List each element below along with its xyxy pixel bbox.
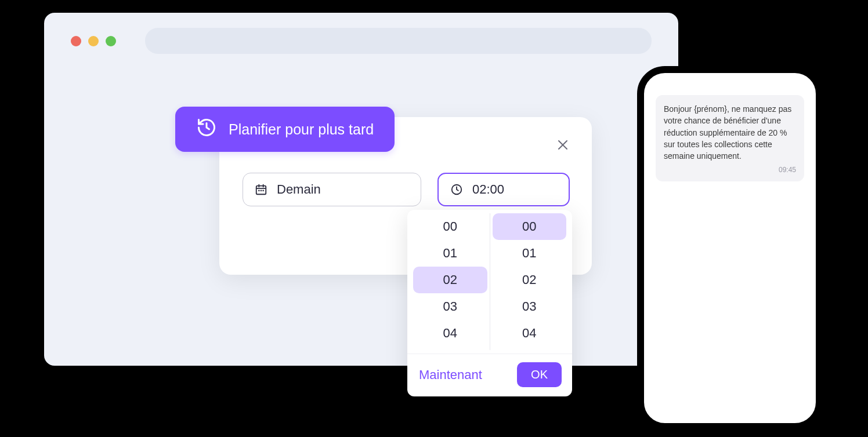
date-value: Demain bbox=[277, 182, 321, 197]
calendar-icon bbox=[255, 183, 267, 196]
minute-option[interactable]: 01 bbox=[493, 240, 567, 267]
hour-option[interactable]: 00 bbox=[413, 213, 487, 240]
close-icon[interactable] bbox=[556, 138, 570, 152]
maximize-window-icon[interactable] bbox=[106, 36, 116, 46]
browser-titlebar bbox=[44, 13, 678, 69]
phone-screen: Bonjour {prénom}, ne manquez pas votre c… bbox=[644, 73, 816, 203]
schedule-later-label: Planifier pour plus tard bbox=[229, 121, 374, 138]
time-value: 02:00 bbox=[472, 182, 504, 197]
hour-option[interactable]: 03 bbox=[413, 293, 487, 320]
time-input[interactable]: 02:00 bbox=[437, 173, 570, 206]
window-controls bbox=[71, 36, 116, 46]
clock-icon bbox=[450, 183, 463, 196]
ok-button[interactable]: OK bbox=[517, 362, 562, 387]
schedule-later-button[interactable]: Planifier pour plus tard bbox=[175, 107, 395, 152]
minimize-window-icon[interactable] bbox=[88, 36, 99, 46]
hour-option[interactable]: 01 bbox=[413, 240, 487, 267]
minute-option[interactable]: 00 bbox=[493, 213, 567, 240]
hours-column[interactable]: 0001020304 bbox=[411, 213, 490, 350]
sms-text: Bonjour {prénom}, ne manquez pas votre c… bbox=[664, 103, 796, 162]
hour-option[interactable]: 02 bbox=[413, 267, 487, 293]
minute-option[interactable]: 03 bbox=[493, 293, 567, 320]
now-button[interactable]: Maintenant bbox=[419, 367, 482, 383]
svg-point-6 bbox=[259, 190, 259, 191]
minute-option[interactable]: 04 bbox=[493, 320, 567, 347]
address-bar[interactable] bbox=[145, 28, 652, 54]
time-columns: 0001020304 0001020304 bbox=[407, 210, 572, 354]
minute-option[interactable]: 02 bbox=[493, 267, 567, 293]
sms-timestamp: 09:45 bbox=[664, 165, 796, 175]
date-input[interactable]: Demain bbox=[243, 173, 421, 206]
svg-point-8 bbox=[263, 190, 263, 191]
time-picker-dropdown: 0001020304 0001020304 Maintenant OK bbox=[407, 210, 572, 396]
sms-message: Bonjour {prénom}, ne manquez pas votre c… bbox=[656, 95, 804, 181]
minutes-column[interactable]: 0001020304 bbox=[490, 213, 569, 350]
phone-mockup: Bonjour {prénom}, ne manquez pas votre c… bbox=[637, 66, 823, 430]
time-picker-actions: Maintenant OK bbox=[407, 354, 572, 396]
scheduler-fields: Demain 02:00 bbox=[243, 173, 570, 206]
svg-point-7 bbox=[261, 190, 262, 191]
close-window-icon[interactable] bbox=[71, 36, 81, 46]
history-clock-icon bbox=[196, 117, 217, 141]
hour-option[interactable]: 04 bbox=[413, 320, 487, 347]
